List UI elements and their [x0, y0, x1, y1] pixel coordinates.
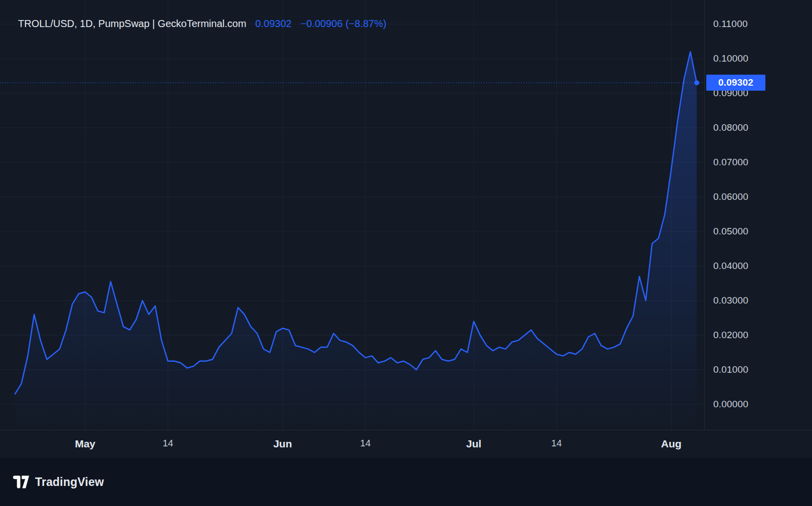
- chart-window: TROLL/USD, 1D, PumpSwap | GeckoTerminal.…: [0, 0, 812, 506]
- price-chart-svg[interactable]: [0, 0, 704, 430]
- price-tick-label: 0.11000: [713, 18, 748, 30]
- time-tick-label: 14: [162, 438, 173, 449]
- price-tick-label: 0.06000: [713, 191, 748, 203]
- price-tick-label: 0.01000: [713, 364, 748, 376]
- price-tick-label: 0.05000: [713, 225, 748, 237]
- tradingview-logo-icon: [13, 475, 29, 488]
- legend-last-price: 0.09302: [255, 18, 291, 30]
- current-price-label: 0.09302: [706, 75, 765, 91]
- chart-legend: TROLL/USD, 1D, PumpSwap | GeckoTerminal.…: [18, 18, 386, 30]
- price-tick-label: 0.10000: [713, 53, 748, 65]
- price-tick-label: 0.02000: [713, 329, 748, 341]
- tradingview-attribution[interactable]: TradingView: [13, 475, 104, 489]
- time-tick-label: 14: [360, 438, 370, 449]
- chart-pane[interactable]: TROLL/USD, 1D, PumpSwap | GeckoTerminal.…: [0, 0, 704, 430]
- price-tick-label: 0.00000: [713, 398, 748, 410]
- price-tick-label: 0.03000: [713, 295, 748, 307]
- price-tick-label: 0.08000: [713, 122, 748, 134]
- tradingview-brand-text: TradingView: [35, 475, 104, 489]
- bottom-bar: TradingView: [0, 458, 812, 506]
- time-tick-label: May: [75, 438, 95, 450]
- time-tick-label: Jul: [466, 438, 481, 450]
- price-tick-label: 0.04000: [713, 260, 748, 272]
- price-tick-label: 0.07000: [713, 156, 748, 168]
- time-axis[interactable]: May14Jun14Jul14Aug: [0, 430, 812, 458]
- time-tick-label: Jun: [273, 438, 292, 450]
- symbol-title[interactable]: TROLL/USD, 1D, PumpSwap | GeckoTerminal.…: [18, 18, 246, 30]
- price-axis[interactable]: 0.09302 0.110000.100000.090000.080000.07…: [704, 0, 812, 430]
- legend-change: −0.00906 (−8.87%): [301, 18, 386, 30]
- time-tick-label: Aug: [661, 438, 682, 450]
- current-price-dot: [694, 80, 699, 85]
- area-fill: [15, 52, 697, 430]
- time-tick-label: 14: [551, 438, 562, 449]
